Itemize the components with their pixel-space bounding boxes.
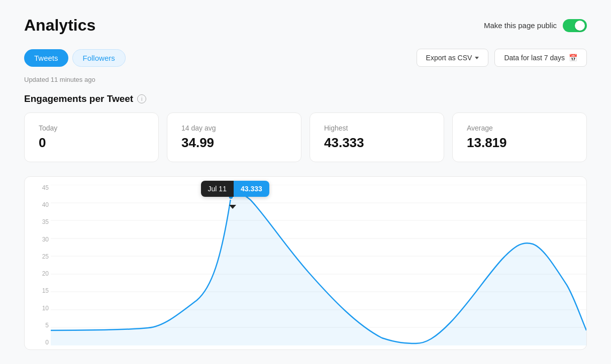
y-axis: 0 5 10 15 20 25 30 35 40 45 bbox=[25, 185, 51, 345]
public-toggle-row: Make this page public bbox=[484, 19, 587, 32]
tooltip-date: Jul 11 bbox=[201, 181, 234, 197]
chart-svg-area: Jul 11 43.333 bbox=[51, 185, 586, 345]
stats-cards: Today 0 14 day avg 34.99 Highest 43.333 … bbox=[24, 112, 587, 162]
tabs: Tweets Followers bbox=[24, 49, 126, 67]
info-icon[interactable]: i bbox=[137, 94, 146, 103]
stat-label-14day: 14 day avg bbox=[181, 124, 287, 132]
stat-label-average: Average bbox=[467, 124, 572, 132]
y-label-10: 10 bbox=[31, 305, 49, 311]
header-row: Analytics Make this page public bbox=[24, 16, 587, 35]
tabs-controls-row: Tweets Followers Export as CSV Data for … bbox=[24, 49, 587, 67]
chevron-down-icon bbox=[475, 57, 479, 59]
y-label-45: 45 bbox=[31, 185, 49, 191]
chart-inner: 0 5 10 15 20 25 30 35 40 45 bbox=[25, 185, 586, 345]
y-label-25: 25 bbox=[31, 254, 49, 260]
y-label-0: 0 bbox=[31, 339, 49, 345]
y-label-30: 30 bbox=[31, 236, 49, 242]
stat-label-highest: Highest bbox=[324, 124, 430, 132]
stat-card-14day: 14 day avg 34.99 bbox=[167, 112, 301, 162]
stat-card-average: Average 13.819 bbox=[452, 112, 587, 162]
updated-text: Updated 11 minutes ago bbox=[24, 76, 587, 83]
stat-value-average: 13.819 bbox=[467, 135, 572, 151]
y-label-40: 40 bbox=[31, 202, 49, 208]
stat-label-today: Today bbox=[39, 124, 144, 132]
section-title-row: Engagements per Tweet i bbox=[24, 93, 587, 104]
export-label: Export as CSV bbox=[426, 54, 472, 62]
tab-followers[interactable]: Followers bbox=[72, 49, 126, 67]
y-label-35: 35 bbox=[31, 219, 49, 225]
stat-value-today: 0 bbox=[39, 135, 144, 151]
stat-value-highest: 43.333 bbox=[324, 135, 430, 151]
stat-card-highest: Highest 43.333 bbox=[310, 112, 444, 162]
tooltip-value: 43.333 bbox=[234, 181, 269, 197]
y-label-5: 5 bbox=[31, 322, 49, 328]
export-csv-button[interactable]: Export as CSV bbox=[417, 49, 489, 67]
controls: Export as CSV Data for last 7 days 📅 bbox=[417, 49, 587, 67]
stat-value-14day: 34.99 bbox=[181, 135, 287, 151]
stat-card-today: Today 0 bbox=[24, 112, 159, 162]
chart-panel: 0 5 10 15 20 25 30 35 40 45 bbox=[24, 176, 587, 350]
tab-tweets[interactable]: Tweets bbox=[24, 49, 68, 67]
date-range-label: Data for last 7 days bbox=[504, 54, 565, 62]
chart-svg bbox=[51, 185, 586, 345]
page-title: Analytics bbox=[24, 16, 95, 35]
calendar-icon: 📅 bbox=[569, 54, 577, 62]
public-toggle[interactable] bbox=[563, 19, 587, 32]
y-label-15: 15 bbox=[31, 288, 49, 294]
public-toggle-label: Make this page public bbox=[484, 21, 557, 30]
main-page: Analytics Make this page public Tweets F… bbox=[0, 0, 611, 364]
date-range-button[interactable]: Data for last 7 days 📅 bbox=[494, 49, 587, 67]
chart-tooltip: Jul 11 43.333 bbox=[201, 181, 269, 197]
y-label-20: 20 bbox=[31, 271, 49, 277]
section-title: Engagements per Tweet bbox=[24, 93, 133, 104]
tooltip-arrow bbox=[229, 205, 236, 209]
